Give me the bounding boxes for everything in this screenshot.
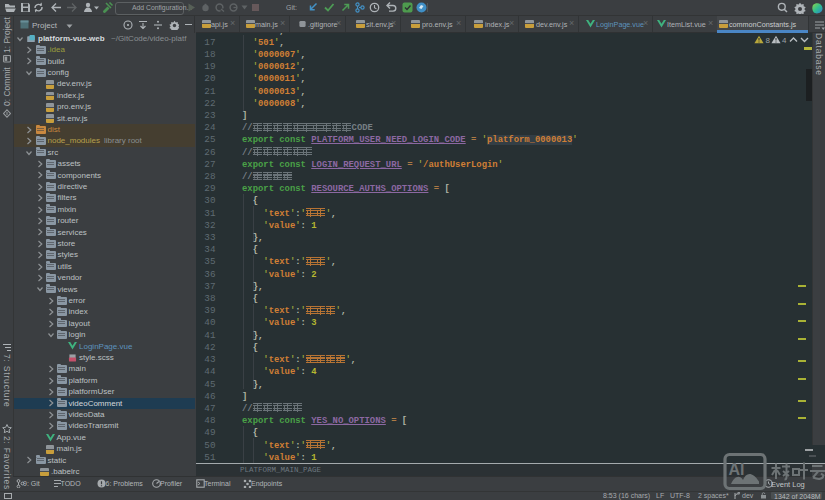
- svg-text:AI: AI: [729, 461, 745, 478]
